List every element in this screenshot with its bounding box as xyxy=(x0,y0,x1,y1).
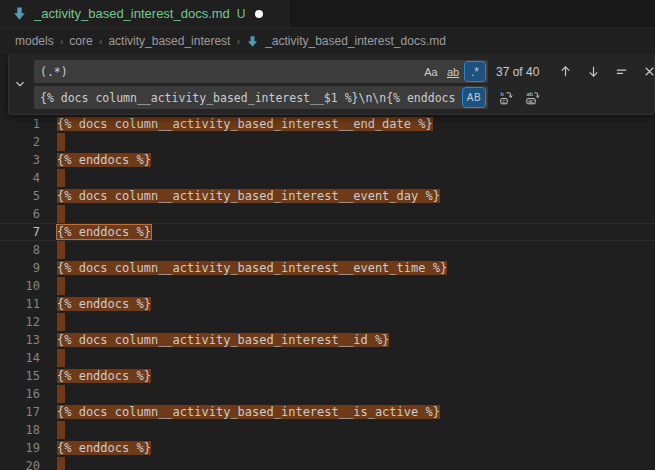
editor-lines: 1{% docs column__activity_based_interest… xyxy=(0,115,655,470)
line-number: 12 xyxy=(0,313,40,331)
breadcrumb-item-models[interactable]: models xyxy=(15,34,54,48)
line-content xyxy=(57,277,65,295)
line-content: {% docs column__activity_based_interest_… xyxy=(57,331,389,349)
find-replace-widget: (.*) Aa ab .* 37 of 40 {% docs column__a… xyxy=(8,54,655,115)
line-content: {% docs column__activity_based_interest_… xyxy=(57,115,433,133)
editor-line[interactable]: 15{% enddocs %} xyxy=(0,367,655,385)
find-match-highlight xyxy=(57,421,65,439)
current-find-match: {% enddocs %} xyxy=(57,225,151,239)
line-number: 8 xyxy=(0,241,40,259)
breadcrumb-separator: › xyxy=(236,35,240,47)
git-status-badge: U xyxy=(237,7,246,21)
editor-line[interactable]: 7{% enddocs %} xyxy=(0,223,655,241)
editor-line[interactable]: 5{% docs column__activity_based_interest… xyxy=(0,187,655,205)
editor-line[interactable]: 4 xyxy=(0,169,655,187)
line-number: 9 xyxy=(0,259,40,277)
breadcrumb-separator: › xyxy=(99,35,103,47)
editor-line[interactable]: 10 xyxy=(0,277,655,295)
editor-line[interactable]: 6 xyxy=(0,205,655,223)
line-content xyxy=(57,205,65,223)
editor-tab[interactable]: _activity_based_interest_docs.md U xyxy=(0,0,289,27)
find-match-highlight: {% docs column__activity_based_interest_… xyxy=(57,333,389,347)
find-match-highlight xyxy=(57,313,65,331)
line-number: 4 xyxy=(0,169,40,187)
line-content: {% docs column__activity_based_interest_… xyxy=(57,187,440,205)
line-number: 5 xyxy=(0,187,40,205)
find-input[interactable]: (.*) Aa ab .* xyxy=(34,60,488,83)
markdown-file-icon xyxy=(12,6,28,22)
regex-toggle[interactable]: .* xyxy=(465,62,485,81)
find-match-highlight: {% docs column__activity_based_interest_… xyxy=(57,405,440,419)
line-content: {% enddocs %} xyxy=(57,295,151,313)
find-match-highlight xyxy=(57,349,65,367)
line-number: 11 xyxy=(0,295,40,313)
replace-button[interactable]: b c xyxy=(495,87,516,108)
line-number: 14 xyxy=(0,349,40,367)
line-content xyxy=(57,313,65,331)
previous-match-button[interactable] xyxy=(555,61,576,82)
editor-line[interactable]: 20 xyxy=(0,457,655,470)
line-number: 10 xyxy=(0,277,40,295)
breadcrumb-item-file[interactable]: _activity_based_interest_docs.md xyxy=(246,34,446,48)
editor-line[interactable]: 16 xyxy=(0,385,655,403)
line-content xyxy=(57,457,65,470)
line-content: {% enddocs %} xyxy=(57,151,151,169)
editor-line[interactable]: 2 xyxy=(0,133,655,151)
find-match-highlight xyxy=(57,277,65,295)
line-number: 6 xyxy=(0,205,40,223)
breadcrumb: models › core › activity_based_interest … xyxy=(0,28,655,54)
line-number: 20 xyxy=(0,457,40,470)
breadcrumb-item-folder[interactable]: activity_based_interest xyxy=(108,34,230,48)
editor-line[interactable]: 11{% enddocs %} xyxy=(0,295,655,313)
close-find-widget-button[interactable] xyxy=(639,61,655,82)
find-in-selection-button[interactable] xyxy=(611,61,632,82)
find-match-highlight: {% enddocs %} xyxy=(57,441,151,455)
replace-all-button[interactable]: ab ac xyxy=(521,87,542,108)
toggle-replace-button[interactable] xyxy=(9,54,31,114)
tab-bar: _activity_based_interest_docs.md U xyxy=(0,0,655,28)
replace-value: {% docs column__activity_based_interest_… xyxy=(40,91,461,105)
editor-line[interactable]: 12 xyxy=(0,313,655,331)
line-content xyxy=(57,169,65,187)
find-match-highlight xyxy=(57,241,65,259)
editor-line[interactable]: 13{% docs column__activity_based_interes… xyxy=(0,331,655,349)
line-content xyxy=(57,421,65,439)
line-content xyxy=(57,241,65,259)
next-match-button[interactable] xyxy=(583,61,604,82)
line-number: 17 xyxy=(0,403,40,421)
editor-line[interactable]: 3{% enddocs %} xyxy=(0,151,655,169)
find-query: (.*) xyxy=(40,65,419,79)
find-match-highlight: {% enddocs %} xyxy=(57,297,151,311)
match-count: 37 of 40 xyxy=(496,60,539,83)
find-match-highlight xyxy=(57,205,65,223)
line-content: {% enddocs %} xyxy=(57,367,151,385)
line-number: 3 xyxy=(0,151,40,169)
replace-input[interactable]: {% docs column__activity_based_interest_… xyxy=(34,86,488,109)
editor-line[interactable]: 9{% docs column__activity_based_interest… xyxy=(0,259,655,277)
breadcrumb-item-core[interactable]: core xyxy=(69,34,92,48)
editor-line[interactable]: 18 xyxy=(0,421,655,439)
markdown-file-icon xyxy=(246,34,260,48)
line-number: 1 xyxy=(0,115,40,133)
editor-line[interactable]: 1{% docs column__activity_based_interest… xyxy=(0,115,655,133)
editor-line[interactable]: 8 xyxy=(0,241,655,259)
line-content: {% docs column__activity_based_interest_… xyxy=(57,259,447,277)
preserve-case-toggle[interactable]: AB xyxy=(463,88,485,107)
match-case-toggle[interactable]: Aa xyxy=(421,62,441,81)
line-number: 18 xyxy=(0,421,40,439)
modified-dot-icon[interactable] xyxy=(255,10,263,18)
line-number: 19 xyxy=(0,439,40,457)
svg-text:ab: ab xyxy=(526,91,533,97)
editor-line[interactable]: 14 xyxy=(0,349,655,367)
whole-word-toggle[interactable]: ab xyxy=(443,62,463,81)
line-number: 13 xyxy=(0,331,40,349)
editor-pane[interactable]: 1{% docs column__activity_based_interest… xyxy=(0,54,655,470)
editor-line[interactable]: 19{% enddocs %} xyxy=(0,439,655,457)
editor-line[interactable]: 17{% docs column__activity_based_interes… xyxy=(0,403,655,421)
chevron-down-icon xyxy=(13,77,27,91)
line-number: 2 xyxy=(0,133,40,151)
line-number: 16 xyxy=(0,385,40,403)
find-match-highlight: {% docs column__activity_based_interest_… xyxy=(57,261,447,275)
tab-filename: _activity_based_interest_docs.md xyxy=(34,6,230,21)
svg-text:b: b xyxy=(500,91,504,97)
